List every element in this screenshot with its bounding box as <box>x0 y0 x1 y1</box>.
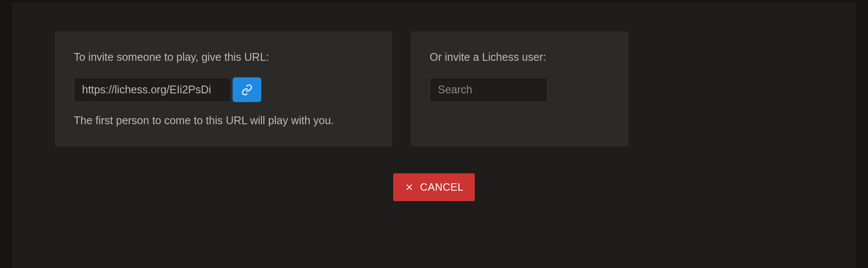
copy-url-button[interactable] <box>233 77 261 102</box>
link-icon <box>241 84 253 96</box>
invite-info-text: The first person to come to this URL wil… <box>74 114 373 127</box>
invite-url-input[interactable] <box>74 77 231 102</box>
invite-url-panel: To invite someone to play, give this URL… <box>55 31 392 146</box>
invite-user-panel: Or invite a Lichess user: <box>411 31 628 146</box>
url-input-row <box>74 77 373 102</box>
user-search-input[interactable] <box>430 77 548 102</box>
panels-container: To invite someone to play, give this URL… <box>12 31 856 146</box>
invite-user-heading: Or invite a Lichess user: <box>430 51 609 63</box>
cancel-button-label: CANCEL <box>420 181 464 193</box>
cancel-row: CANCEL <box>12 173 856 201</box>
main-content: To invite someone to play, give this URL… <box>12 2 856 268</box>
cancel-button[interactable]: CANCEL <box>393 173 475 201</box>
close-icon <box>404 182 414 192</box>
invite-url-heading: To invite someone to play, give this URL… <box>74 51 373 63</box>
